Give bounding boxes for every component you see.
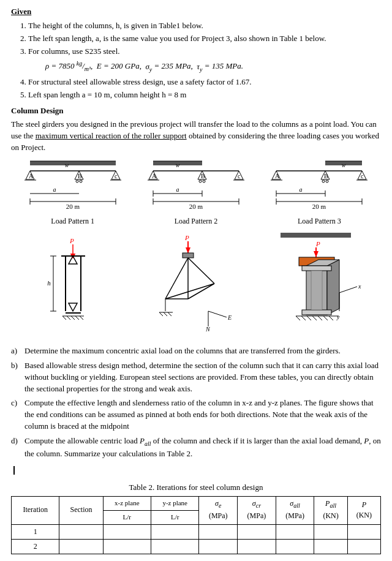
td-xz-lr-1 bbox=[103, 524, 151, 539]
load-pattern-1-svg: w A B c a 20 m bbox=[24, 160, 122, 215]
column-design-desc: The steel girders you designed in the pr… bbox=[11, 119, 381, 154]
svg-rect-101 bbox=[281, 233, 351, 238]
svg-text:20 m: 20 m bbox=[189, 203, 203, 210]
svg-marker-70 bbox=[69, 303, 77, 311]
column-3d-frame-diagram: P E N bbox=[135, 232, 245, 339]
given-item-4: For structural steel allowable stress de… bbox=[28, 77, 381, 88]
given-item-2: The left span length, a, is the same val… bbox=[28, 33, 381, 45]
td-xz-lr-2 bbox=[103, 539, 151, 554]
load-pattern-2-svg: w A B c a bbox=[147, 160, 245, 215]
svg-line-75 bbox=[71, 316, 75, 320]
given-item-1: The height of the columns, h, is given i… bbox=[28, 20, 381, 32]
given-item-5: Left span length a = 10 m, column height… bbox=[28, 89, 381, 101]
svg-line-95 bbox=[164, 312, 167, 316]
th-xz-plane: x-z plane bbox=[103, 496, 151, 510]
svg-line-76 bbox=[75, 316, 79, 320]
q-text-d: Compute the allowable centric load Pall … bbox=[24, 435, 381, 460]
td-yz-lr-1 bbox=[151, 524, 198, 539]
cursor-line bbox=[13, 466, 15, 475]
th-sigma-e: σe(MPa) bbox=[199, 496, 238, 524]
column-3d-ibeam-svg: P x bbox=[262, 232, 372, 336]
load-pattern-1-label: Load Pattern 1 bbox=[51, 216, 94, 227]
svg-line-97 bbox=[208, 311, 227, 317]
svg-line-77 bbox=[80, 316, 83, 320]
svg-line-120 bbox=[339, 287, 357, 293]
svg-text:h: h bbox=[47, 279, 51, 287]
svg-text:y: y bbox=[336, 314, 340, 320]
th-yz-lr: L/r bbox=[151, 510, 198, 524]
svg-line-73 bbox=[62, 316, 66, 320]
table-title: Table 2. Iterations for steel column des… bbox=[11, 482, 381, 494]
svg-text:w: w bbox=[64, 162, 69, 168]
td-p-all-1 bbox=[314, 524, 347, 539]
svg-line-74 bbox=[67, 316, 70, 320]
svg-rect-85 bbox=[183, 253, 194, 258]
questions-list: a) Determine the maximum concentric axia… bbox=[11, 345, 381, 460]
svg-marker-69 bbox=[69, 256, 77, 264]
td-sigma-all-2 bbox=[276, 539, 314, 554]
th-yz-plane: y-z plane bbox=[151, 496, 198, 510]
q-text-a: Determine the maximum concentric axial l… bbox=[24, 345, 381, 357]
q-label-d: d) bbox=[11, 435, 24, 460]
question-b: b) Based allowable stress design method,… bbox=[11, 360, 381, 395]
table-body: 1 2 bbox=[12, 524, 381, 554]
th-section: Section bbox=[59, 496, 103, 524]
th-p: P(KN) bbox=[347, 496, 380, 524]
svg-point-30 bbox=[199, 180, 202, 183]
svg-text:x: x bbox=[358, 283, 361, 290]
th-sigma-cr: σcr(MPa) bbox=[238, 496, 276, 524]
q-label-a: a) bbox=[11, 345, 24, 357]
svg-line-113 bbox=[296, 316, 300, 320]
th-sigma-all: σall(MPa) bbox=[276, 496, 314, 524]
svg-text:w: w bbox=[342, 162, 346, 168]
svg-marker-104 bbox=[314, 251, 318, 257]
th-p-all: Pall(KN) bbox=[314, 496, 347, 524]
svg-point-52 bbox=[322, 180, 325, 183]
column-3d-ibeam-diagram: P x bbox=[262, 232, 372, 339]
svg-line-115 bbox=[307, 316, 311, 320]
question-c: c) Compute the effective length and slen… bbox=[11, 397, 381, 432]
td-yz-lr-2 bbox=[151, 539, 198, 554]
svg-text:P: P bbox=[184, 234, 189, 241]
column-design-title: Column Design bbox=[11, 105, 381, 117]
q-label-b: b) bbox=[11, 360, 24, 395]
table-row: 1 bbox=[12, 524, 381, 539]
svg-line-117 bbox=[318, 316, 322, 320]
td-iter-1: 1 bbox=[12, 524, 59, 539]
svg-line-119 bbox=[329, 316, 333, 320]
th-xz-lr: L/r bbox=[103, 510, 151, 524]
svg-point-10 bbox=[76, 180, 78, 183]
td-p-2 bbox=[347, 539, 380, 554]
load-pattern-1: w A B c a 20 m bbox=[24, 160, 122, 227]
table-header-row: Iteration Section x-z plane y-z plane σe… bbox=[12, 496, 381, 510]
td-sigma-cr-1 bbox=[238, 524, 276, 539]
svg-line-114 bbox=[301, 316, 306, 320]
load-pattern-diagrams: w A B c a 20 m bbox=[11, 160, 381, 227]
question-a: a) Determine the maximum concentric axia… bbox=[11, 345, 381, 357]
th-iteration: Iteration bbox=[12, 496, 59, 524]
data-table: Iteration Section x-z plane y-z plane σe… bbox=[11, 496, 381, 555]
load-pattern-3: w A B c a bbox=[270, 160, 368, 227]
given-item-3: For columns, use S235 steel. ρ = 7850 kg… bbox=[28, 46, 381, 74]
svg-text:w: w bbox=[176, 162, 180, 168]
column-design-section: Column Design The steel girders you desi… bbox=[11, 105, 381, 153]
given-header: Given bbox=[11, 6, 381, 18]
question-d: d) Compute the allowable centric load Pa… bbox=[11, 435, 381, 460]
svg-text:P: P bbox=[315, 240, 320, 247]
given-section: Given The height of the columns, h, is g… bbox=[11, 6, 381, 100]
td-p-all-2 bbox=[314, 539, 347, 554]
column-3d-diagrams: P bbox=[11, 232, 381, 339]
given-list: The height of the columns, h, is given i… bbox=[28, 20, 381, 101]
underline-text: maximum vertical reaction of the roller … bbox=[36, 131, 187, 140]
svg-point-11 bbox=[80, 180, 82, 183]
td-sigma-e-1 bbox=[199, 524, 238, 539]
svg-line-116 bbox=[312, 316, 317, 320]
svg-rect-110 bbox=[302, 310, 331, 315]
td-sigma-all-1 bbox=[276, 524, 314, 539]
td-iter-2: 2 bbox=[12, 539, 59, 554]
svg-rect-109 bbox=[302, 266, 331, 271]
svg-point-53 bbox=[326, 180, 328, 183]
svg-text:20 m: 20 m bbox=[66, 203, 80, 210]
svg-line-96 bbox=[168, 312, 172, 316]
td-section-2 bbox=[59, 539, 103, 554]
